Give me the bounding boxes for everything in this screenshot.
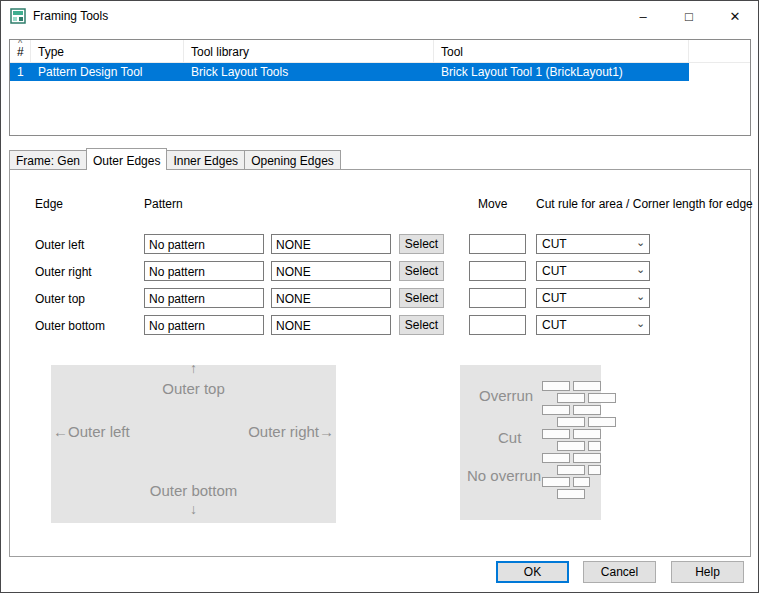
outer-top-label: Outer top xyxy=(162,380,225,397)
brick xyxy=(542,477,570,487)
overrun-diagram: Overrun Cut No overrun xyxy=(460,365,601,520)
column-header-num[interactable]: ^ # xyxy=(10,40,31,62)
cut-rule-value: CUT xyxy=(537,237,632,251)
cut-rule-select[interactable]: CUT ⌄ xyxy=(536,261,650,281)
pattern-library-field[interactable]: NONE xyxy=(271,315,391,335)
move-input[interactable] xyxy=(469,315,526,335)
edge-row-outer-top: Outer top No pattern NONE Select CUT ⌄ xyxy=(10,288,750,308)
tool-list: ^ # Type Tool library Tool 1 Pattern Des… xyxy=(9,39,751,136)
edge-row-outer-left: Outer left No pattern NONE Select CUT ⌄ xyxy=(10,234,750,254)
edge-label: Outer right xyxy=(35,265,92,279)
header-cut-rule: Cut rule for area / Corner length for ed… xyxy=(536,197,753,211)
sort-ascending-icon: ^ xyxy=(18,40,22,48)
pattern-field[interactable]: No pattern xyxy=(144,261,264,281)
tab-opening-edges[interactable]: Opening Edges xyxy=(244,150,341,169)
brick xyxy=(573,381,601,391)
pattern-library-field[interactable]: NONE xyxy=(271,234,391,254)
window-controls: – □ ✕ xyxy=(620,1,758,31)
maximize-button[interactable]: □ xyxy=(666,1,712,31)
cut-label: Cut xyxy=(498,429,521,446)
tool-list-row-selected[interactable]: 1 Pattern Design Tool Brick Layout Tools… xyxy=(10,63,689,81)
brick xyxy=(542,381,570,391)
chevron-down-icon: ⌄ xyxy=(632,290,649,306)
edge-label: Outer left xyxy=(35,238,84,252)
chevron-down-icon: ⌄ xyxy=(632,236,649,252)
overrun-label: Overrun xyxy=(479,387,533,404)
titlebar: Framing Tools – □ ✕ xyxy=(1,1,758,31)
brick xyxy=(557,465,585,475)
pattern-library-field[interactable]: NONE xyxy=(271,261,391,281)
tab-strip: Frame: Gen Outer Edges Inner Edges Openi… xyxy=(9,148,341,170)
brick xyxy=(588,441,601,451)
move-input[interactable] xyxy=(469,234,526,254)
pattern-library-field[interactable]: NONE xyxy=(271,288,391,308)
app-icon xyxy=(10,8,26,24)
framing-tools-dialog: Framing Tools – □ ✕ ^ # Type Tool librar… xyxy=(0,0,759,593)
brick xyxy=(573,405,601,415)
pattern-field[interactable]: No pattern xyxy=(144,288,264,308)
brick xyxy=(557,393,585,403)
select-button[interactable]: Select xyxy=(399,261,444,281)
minimize-button[interactable]: – xyxy=(620,1,666,31)
column-header-tool-library[interactable]: Tool library xyxy=(184,40,434,62)
header-edge: Edge xyxy=(35,197,63,211)
brick xyxy=(542,453,570,463)
tab-inner-edges[interactable]: Inner Edges xyxy=(166,150,245,169)
cut-rule-value: CUT xyxy=(537,291,632,305)
header-pattern: Pattern xyxy=(144,197,183,211)
brick xyxy=(573,477,590,487)
select-button[interactable]: Select xyxy=(399,288,444,308)
window-title: Framing Tools xyxy=(33,9,108,23)
cell-tool: Brick Layout Tool 1 (BrickLayout1) xyxy=(434,65,689,79)
brick-pattern xyxy=(542,381,602,511)
brick xyxy=(588,465,601,475)
maximize-icon: □ xyxy=(685,9,693,24)
outer-edges-panel: Edge Pattern Move Cut rule for area / Co… xyxy=(9,169,751,557)
edge-label: Outer bottom xyxy=(35,319,105,333)
brick xyxy=(557,417,585,427)
cut-rule-select[interactable]: CUT ⌄ xyxy=(536,234,650,254)
close-button[interactable]: ✕ xyxy=(712,1,758,31)
brick xyxy=(542,405,570,415)
cancel-button[interactable]: Cancel xyxy=(583,561,656,583)
help-button[interactable]: Help xyxy=(671,561,744,583)
edge-row-outer-bottom: Outer bottom No pattern NONE Select CUT … xyxy=(10,315,750,335)
move-input[interactable] xyxy=(469,261,526,281)
cell-tool-library: Brick Layout Tools xyxy=(184,65,434,79)
brick xyxy=(573,453,601,463)
header-move: Move xyxy=(478,197,507,211)
brick xyxy=(588,417,616,427)
no-overrun-label: No overrun xyxy=(467,467,541,484)
brick xyxy=(542,429,570,439)
select-button[interactable]: Select xyxy=(399,315,444,335)
up-arrow-icon: ↑ xyxy=(190,360,197,376)
brick xyxy=(588,393,616,403)
cut-rule-value: CUT xyxy=(537,264,632,278)
brick xyxy=(557,489,585,499)
outer-right-label: Outer right→ xyxy=(248,423,334,440)
pattern-field[interactable]: No pattern xyxy=(144,234,264,254)
left-arrow-icon: ← xyxy=(53,423,68,440)
edge-diagram: ↑ Outer top ←Outer left Outer right→ Out… xyxy=(51,365,336,523)
cut-rule-select[interactable]: CUT ⌄ xyxy=(536,288,650,308)
right-arrow-icon: → xyxy=(319,423,334,440)
pattern-field[interactable]: No pattern xyxy=(144,315,264,335)
cut-rule-select[interactable]: CUT ⌄ xyxy=(536,315,650,335)
edge-row-outer-right: Outer right No pattern NONE Select CUT ⌄ xyxy=(10,261,750,281)
chevron-down-icon: ⌄ xyxy=(632,317,649,333)
chevron-down-icon: ⌄ xyxy=(632,263,649,279)
tab-outer-edges[interactable]: Outer Edges xyxy=(86,148,167,170)
ok-button[interactable]: OK xyxy=(496,561,569,583)
outer-left-label: ←Outer left xyxy=(53,423,130,440)
outer-bottom-label: Outer bottom xyxy=(150,482,238,499)
cut-rule-value: CUT xyxy=(537,318,632,332)
column-header-type[interactable]: Type xyxy=(31,40,184,62)
down-arrow-icon: ↓ xyxy=(190,501,197,517)
column-header-tool[interactable]: Tool xyxy=(434,40,689,62)
brick xyxy=(573,429,601,439)
minimize-icon: – xyxy=(639,9,646,24)
move-input[interactable] xyxy=(469,288,526,308)
select-button[interactable]: Select xyxy=(399,234,444,254)
tab-frame-gen[interactable]: Frame: Gen xyxy=(9,150,87,169)
close-icon: ✕ xyxy=(730,9,741,24)
